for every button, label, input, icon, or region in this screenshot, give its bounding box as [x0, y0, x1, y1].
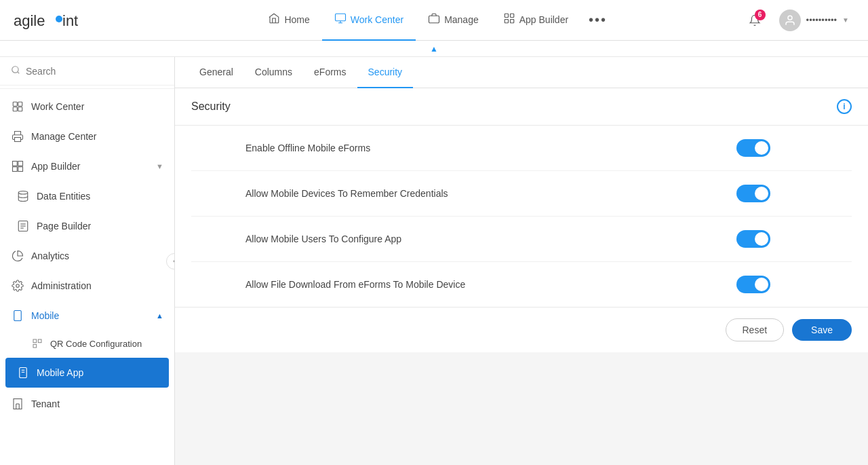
tab-security[interactable]: Security — [357, 57, 414, 88]
footer-buttons: Reset Save — [175, 307, 868, 352]
notifications-button[interactable]: 6 — [743, 8, 767, 33]
toggle-configure-app[interactable] — [736, 230, 770, 248]
nav-app-builder-label: App Builder — [519, 14, 568, 25]
tabs-bar: General Columns eForms Security — [175, 57, 868, 88]
svg-rect-3 — [335, 14, 345, 21]
sidebar-subitem-qr-code[interactable]: QR Code Configuration — [0, 331, 174, 356]
security-panel: Security i Enable Offline Mobile eForms … — [175, 88, 868, 465]
nav-work-center-label: Work Center — [351, 14, 403, 25]
logo-svg: agile int — [14, 8, 102, 33]
sidebar-item-app-builder-label: App Builder — [31, 161, 149, 172]
notification-badge: 6 — [755, 10, 766, 20]
svg-rect-12 — [18, 102, 22, 106]
tab-columns[interactable]: Columns — [244, 57, 303, 88]
sidebar-item-page-builder[interactable]: Page Builder — [0, 211, 174, 241]
mobile-icon — [11, 309, 24, 322]
toggle-slider-configure-app — [736, 230, 770, 248]
svg-rect-26 — [14, 311, 22, 321]
nav-right: 6 •••••••••• ▼ — [743, 7, 854, 34]
home-icon — [268, 12, 280, 27]
sidebar-subitem-mobile-app[interactable]: Mobile App — [5, 358, 169, 388]
sidebar-item-administration[interactable]: Administration — [0, 271, 174, 301]
briefcase-icon — [428, 12, 440, 27]
svg-rect-15 — [15, 138, 21, 142]
user-menu-button[interactable]: •••••••••• ▼ — [774, 7, 854, 34]
nav-manage-label: Manage — [444, 14, 479, 25]
svg-rect-5 — [505, 14, 508, 17]
svg-rect-7 — [505, 19, 508, 22]
svg-text:int: int — [62, 12, 78, 29]
collapse-bar[interactable]: ▲ — [0, 41, 868, 57]
nav-work-center[interactable]: Work Center — [322, 0, 416, 41]
content-area: General Columns eForms Security Security… — [175, 57, 868, 465]
tab-eforms[interactable]: eForms — [303, 57, 357, 88]
toggle-slider-offline-mobile — [736, 139, 770, 157]
toggle-slider-remember-creds — [736, 185, 770, 202]
setting-label-remember-creds: Allow Mobile Devices To Remember Credent… — [245, 188, 448, 199]
search-box — [0, 57, 174, 86]
building-icon — [11, 397, 24, 411]
top-navigation: agile int Home Work Center Manage — [0, 0, 868, 41]
app-builder-chevron: ▼ — [156, 162, 163, 170]
sidebar-divider-top — [0, 88, 174, 89]
sidebar-item-mobile-label: Mobile — [31, 310, 149, 321]
grid2-icon — [11, 100, 24, 113]
nav-app-builder[interactable]: App Builder — [491, 0, 580, 41]
mobile-app-icon — [16, 366, 30, 379]
sidebar-item-mobile[interactable]: Mobile ▲ — [0, 301, 174, 331]
search-input[interactable] — [26, 66, 163, 77]
sidebar-scroll: Work Center Manage Center App Builder ▼ — [0, 92, 174, 465]
svg-point-9 — [788, 16, 792, 20]
sidebar-subitem-mobile-app-label: Mobile App — [37, 367, 158, 378]
save-button[interactable]: Save — [792, 319, 852, 341]
svg-rect-18 — [13, 167, 18, 172]
settings-icon — [11, 279, 24, 293]
user-name: •••••••••• — [806, 15, 837, 25]
reset-button[interactable]: Reset — [726, 318, 785, 341]
mobile-chevron: ▲ — [156, 312, 163, 320]
sidebar-item-analytics-label: Analytics — [31, 250, 163, 261]
sidebar-item-page-builder-label: Page Builder — [37, 221, 163, 231]
setting-row-file-download: Allow File Download From eForms To Mobil… — [191, 262, 852, 307]
security-header: Security i — [175, 88, 868, 126]
svg-rect-31 — [20, 368, 27, 378]
print-icon — [11, 130, 24, 143]
svg-point-20 — [18, 191, 28, 195]
main-layout: Work Center Manage Center App Builder ▼ — [0, 57, 868, 465]
pie-icon — [11, 249, 24, 263]
sidebar-item-tenant-label: Tenant — [31, 398, 163, 409]
sidebar-item-analytics[interactable]: Analytics — [0, 241, 174, 271]
setting-label-offline-mobile: Enable Offline Mobile eForms — [245, 143, 370, 153]
toggle-file-download[interactable] — [736, 276, 770, 293]
sidebar-item-app-builder[interactable]: App Builder ▼ — [0, 151, 174, 181]
logo: agile int — [14, 8, 102, 33]
avatar — [779, 10, 801, 31]
toggle-remember-creds[interactable] — [736, 185, 770, 202]
svg-rect-17 — [18, 162, 23, 166]
svg-rect-4 — [429, 16, 439, 23]
svg-rect-29 — [38, 339, 41, 343]
sidebar-item-tenant[interactable]: Tenant — [0, 389, 174, 419]
setting-label-file-download: Allow File Download From eForms To Mobil… — [245, 279, 465, 290]
nav-home-label: Home — [284, 14, 309, 25]
monitor-icon — [334, 12, 347, 27]
svg-rect-19 — [18, 167, 23, 172]
sidebar-item-data-entities[interactable]: Data Entities — [0, 181, 174, 211]
tab-general[interactable]: General — [189, 57, 244, 88]
svg-point-1 — [56, 16, 62, 22]
sidebar-item-manage-center[interactable]: Manage Center — [0, 122, 174, 151]
info-icon[interactable]: i — [837, 99, 852, 114]
svg-rect-30 — [33, 344, 37, 348]
nav-manage[interactable]: Manage — [416, 0, 491, 41]
setting-row-offline-mobile: Enable Offline Mobile eForms — [191, 126, 852, 171]
svg-point-10 — [12, 67, 18, 73]
nav-more-button[interactable]: ••• — [580, 0, 615, 41]
collapse-arrow-icon: ▲ — [430, 44, 438, 54]
sidebar-item-administration-label: Administration — [31, 280, 163, 291]
toggle-slider-file-download — [736, 276, 770, 293]
sidebar-item-work-center[interactable]: Work Center — [0, 92, 174, 122]
setting-row-remember-creds: Allow Mobile Devices To Remember Credent… — [191, 171, 852, 217]
toggle-offline-mobile[interactable] — [736, 139, 770, 157]
nav-home[interactable]: Home — [256, 0, 321, 41]
sidebar-item-data-entities-label: Data Entities — [37, 191, 163, 202]
